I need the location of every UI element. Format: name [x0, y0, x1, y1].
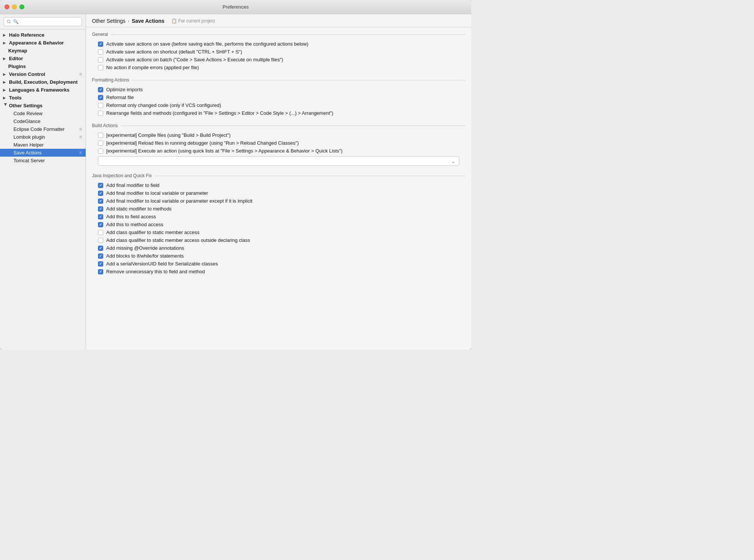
checkbox-row-add-class-qualifier-outside: Add class qualifier to static member acc…: [92, 236, 465, 244]
sidebar-item-lombok-plugin[interactable]: Lombok plugin⎘: [0, 133, 86, 141]
sidebar-item-languages-frameworks[interactable]: ▶Languages & Frameworks: [0, 86, 86, 94]
checkbox-row-reformat-file: Reformat file: [92, 93, 465, 101]
copy-icon-lombok-plugin: ⎘: [80, 135, 82, 139]
checkbox-add-serial[interactable]: [98, 261, 103, 267]
checkbox-label-add-serial: Add a serialVersionUID field for Seriali…: [106, 261, 218, 267]
section-general: GeneralActivate save actions on save (be…: [92, 32, 465, 71]
checkbox-add-blocks[interactable]: [98, 253, 103, 259]
section-formatting: Formatting ActionsOptimize importsReform…: [92, 77, 465, 117]
checkbox-add-final-field[interactable]: [98, 183, 103, 188]
checkbox-row-activate-on-save: Activate save actions on save (before sa…: [92, 40, 465, 48]
checkbox-row-remove-unnecessary: Remove unnecessary this to field and met…: [92, 268, 465, 276]
checkbox-reformat-file[interactable]: [98, 95, 103, 100]
checkbox-optimize-imports[interactable]: [98, 87, 103, 92]
expand-arrow-halo-reference: ▶: [3, 33, 8, 37]
dropdown-row-build: [92, 155, 465, 167]
sidebar-item-save-actions[interactable]: Save Actions⎘: [0, 149, 86, 157]
project-label: For current project: [178, 18, 215, 24]
checkbox-label-activate-on-batch: Activate save actions on batch ("Code > …: [106, 57, 283, 62]
section-build: Build Actions[experimental] Compile file…: [92, 123, 465, 167]
checkbox-add-class-qualifier[interactable]: [98, 230, 103, 235]
sidebar-item-plugins[interactable]: Plugins: [0, 62, 86, 70]
sidebar-item-tools[interactable]: ▶Tools: [0, 94, 86, 102]
checkbox-label-no-action-compile-errors: No action if compile errors (applied per…: [106, 65, 199, 70]
checkbox-row-add-this-method: Add this to method access: [92, 221, 465, 228]
checkbox-label-add-this-method: Add this to method access: [106, 222, 163, 227]
copy-icon-version-control: ⎘: [80, 72, 82, 76]
breadcrumb-parent: Other Settings: [92, 18, 126, 24]
sidebar-item-eclipse-code-formatter[interactable]: Eclipse Code Formatter⎘: [0, 125, 86, 133]
checkbox-row-add-final-local: Add final modifier to local variable or …: [92, 189, 465, 197]
sidebar-label-other-settings: Other Settings: [9, 103, 82, 108]
sidebar-item-keymap[interactable]: Keymap: [0, 47, 86, 55]
checkbox-label-optimize-imports: Optimize imports: [106, 87, 143, 92]
expand-arrow-build-execution: ▶: [3, 80, 8, 84]
section-header-java: Java Inspection and Quick Fix: [92, 173, 465, 178]
close-button[interactable]: [4, 4, 9, 9]
checkbox-label-add-class-qualifier-outside: Add class qualifier to static member acc…: [106, 237, 250, 243]
checkbox-row-reformat-changed: Reformat only changed code (only if VCS …: [92, 101, 465, 109]
sidebar-label-tomcat-server: Tomcat Server: [13, 158, 82, 163]
section-java: Java Inspection and Quick FixAdd final m…: [92, 173, 465, 276]
search-input[interactable]: [4, 17, 82, 26]
checkbox-reload-files[interactable]: [98, 141, 103, 146]
window-title: Preferences: [223, 4, 249, 10]
sidebar-item-appearance-behavior[interactable]: ▶Appearance & Behavior: [0, 39, 86, 47]
breadcrumb-current: Save Actions: [132, 18, 164, 24]
section-header-general: General: [92, 32, 465, 37]
sidebar-label-code-review: Code Review: [13, 111, 82, 116]
expand-arrow-other-settings: ▶: [4, 103, 8, 108]
checkbox-no-action-compile-errors[interactable]: [98, 65, 103, 70]
checkbox-add-this-method[interactable]: [98, 222, 103, 227]
checkbox-add-class-qualifier-outside[interactable]: [98, 238, 103, 243]
checkbox-label-reformat-changed: Reformat only changed code (only if VCS …: [106, 102, 221, 108]
minimize-button[interactable]: [12, 4, 17, 9]
checkbox-label-reload-files: [experimental] Reload files in running d…: [106, 140, 299, 146]
checkbox-label-add-static-methods: Add static modifier to methods: [106, 206, 172, 212]
sidebar-item-code-review[interactable]: Code Review: [0, 110, 86, 117]
checkbox-add-override[interactable]: [98, 246, 103, 251]
checkbox-row-compile-files: [experimental] Compile files (using "Bui…: [92, 131, 465, 139]
checkbox-add-final-local[interactable]: [98, 191, 103, 196]
sidebar-item-other-settings[interactable]: ▶Other Settings: [0, 102, 86, 110]
checkbox-add-final-local-except[interactable]: [98, 199, 103, 204]
dropdown-build[interactable]: [98, 156, 459, 166]
titlebar: Preferences: [0, 0, 471, 14]
checkbox-row-add-final-local-except: Add final modifier to local variable or …: [92, 197, 465, 205]
checkbox-label-add-blocks: Add blocks to if/while/for statements: [106, 253, 184, 259]
maximize-button[interactable]: [19, 4, 24, 9]
preferences-window: Preferences ▶Halo Reference▶Appearance &…: [0, 0, 471, 350]
checkbox-execute-action[interactable]: [98, 148, 103, 154]
sidebar-items: ▶Halo Reference▶Appearance & BehaviorKey…: [0, 30, 86, 166]
checkbox-activate-on-shortcut[interactable]: [98, 49, 103, 55]
checkbox-activate-on-batch[interactable]: [98, 57, 103, 62]
sidebar-item-halo-reference[interactable]: ▶Halo Reference: [0, 31, 86, 39]
checkbox-label-activate-on-save: Activate save actions on save (before sa…: [106, 41, 309, 47]
checkbox-row-optimize-imports: Optimize imports: [92, 86, 465, 93]
sidebar-item-version-control[interactable]: ▶Version Control⎘: [0, 70, 86, 78]
sidebar-label-build-execution: Build, Execution, Deployment: [9, 79, 82, 85]
checkbox-row-add-serial: Add a serialVersionUID field for Seriali…: [92, 260, 465, 268]
checkbox-label-compile-files: [experimental] Compile files (using "Bui…: [106, 132, 231, 138]
search-bar: [0, 14, 86, 30]
checkbox-row-no-action-compile-errors: No action if compile errors (applied per…: [92, 64, 465, 71]
checkbox-add-this-field[interactable]: [98, 214, 103, 219]
sidebar-item-codeglance[interactable]: CodeGlance: [0, 117, 86, 125]
sidebar-item-editor[interactable]: ▶Editor: [0, 55, 86, 62]
checkbox-activate-on-save[interactable]: [98, 41, 103, 47]
checkbox-add-static-methods[interactable]: [98, 206, 103, 212]
sidebar: ▶Halo Reference▶Appearance & BehaviorKey…: [0, 14, 86, 350]
checkbox-remove-unnecessary[interactable]: [98, 269, 103, 274]
checkbox-compile-files[interactable]: [98, 133, 103, 138]
sidebar-item-maven-helper[interactable]: Maven Helper: [0, 141, 86, 149]
checkbox-row-activate-on-batch: Activate save actions on batch ("Code > …: [92, 56, 465, 64]
checkbox-label-add-class-qualifier: Add class qualifier to static member acc…: [106, 230, 199, 235]
sidebar-label-languages-frameworks: Languages & Frameworks: [9, 87, 82, 93]
sidebar-item-build-execution[interactable]: ▶Build, Execution, Deployment: [0, 78, 86, 86]
checkbox-reformat-changed[interactable]: [98, 103, 103, 108]
checkbox-rearrange-fields[interactable]: [98, 111, 103, 116]
checkbox-label-rearrange-fields: Rearrange fields and methods (configured…: [106, 110, 333, 116]
section-header-build: Build Actions: [92, 123, 465, 128]
copy-icon-eclipse-code-formatter: ⎘: [80, 127, 82, 131]
sidebar-item-tomcat-server[interactable]: Tomcat Server: [0, 157, 86, 164]
